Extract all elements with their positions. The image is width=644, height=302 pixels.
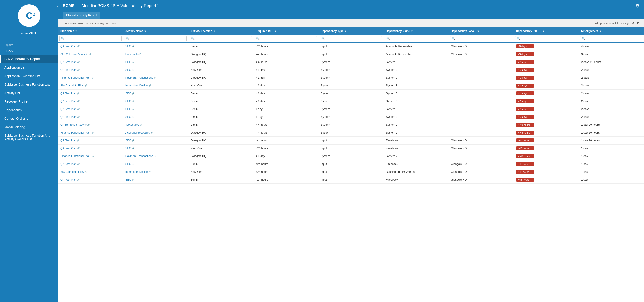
sort-icon-misalignment[interactable]: ↕	[602, 30, 604, 33]
activity_name-text[interactable]: SEO	[126, 45, 131, 48]
export-button[interactable]: ↗	[631, 21, 634, 25]
cell-activity_name[interactable]: SEO🔗	[123, 90, 188, 97]
cell-activity_name[interactable]: SEO🔗	[123, 176, 188, 184]
cell-activity_name[interactable]: SEO🔗	[123, 42, 188, 50]
filter-icon-required_rto[interactable]: ▼	[274, 30, 277, 33]
cell-activity_name[interactable]: Payment Transactions🔗	[123, 74, 188, 82]
settings-icon[interactable]: ⚙	[636, 3, 640, 9]
search-input-required_rto[interactable]	[255, 36, 317, 41]
cell-activity_name[interactable]: Payment Transactions🔗	[123, 152, 188, 160]
activity_name-text[interactable]: Payment Transactions	[126, 76, 153, 79]
cell-plan_name[interactable]: AUTO Impact Analysis🔗	[58, 50, 123, 58]
back-button[interactable]: ‹ Back	[0, 48, 58, 55]
plan_name-text[interactable]: QA Test Plan	[60, 115, 76, 118]
cell-activity_name[interactable]: SEO🔗	[123, 66, 188, 74]
cell-plan_name[interactable]: Finance Functional Pla...🔗	[58, 129, 123, 137]
activity_name-text[interactable]: SEO	[126, 100, 131, 103]
dropdown-button[interactable]: ▼	[636, 21, 640, 25]
search-input-misalignment[interactable]	[580, 36, 642, 41]
plan_name-text[interactable]: QA Test Plan	[60, 163, 76, 166]
sidebar-item-1[interactable]: Application List	[0, 63, 58, 72]
sidebar-item-5[interactable]: Recovery Profile	[0, 97, 58, 106]
plan_name-text[interactable]: QA Test Plan	[60, 178, 76, 181]
plan_name-text[interactable]: BIA Complete Flow	[60, 84, 84, 87]
cell-plan_name[interactable]: QA Test Plan🔗	[58, 58, 123, 66]
activity_name-text[interactable]: Interaction Design	[126, 84, 148, 87]
plan_name-text[interactable]: AUTO Impact Analysis	[60, 53, 88, 56]
cell-activity_name[interactable]: SEO🔗	[123, 97, 188, 105]
search-input-dependency_location[interactable]	[450, 36, 512, 41]
filter-icon-misalignment[interactable]: ▼	[599, 30, 602, 33]
plan_name-text[interactable]: QA Test Plan	[60, 68, 76, 71]
plan_name-text[interactable]: Finance Functional Pla...	[60, 155, 91, 158]
activity_name-text[interactable]: Payment Transactions	[126, 155, 153, 158]
cell-activity_name[interactable]: TstActivity2🔗	[123, 121, 188, 129]
sidebar-collapse-button[interactable]: ‹	[55, 4, 60, 9]
cell-plan_name[interactable]: QA Test Plan🔗	[58, 176, 123, 184]
cell-plan_name[interactable]: BIA Complete Flow🔗	[58, 168, 123, 176]
plan_name-text[interactable]: QA Removed Activity	[60, 123, 86, 126]
cell-plan_name[interactable]: QA Test Plan🔗	[58, 97, 123, 105]
cell-plan_name[interactable]: QA Test Plan🔗	[58, 66, 123, 74]
plan_name-text[interactable]: QA Test Plan	[60, 147, 76, 150]
cell-activity_name[interactable]: SEO🔗	[123, 113, 188, 121]
cell-activity_name[interactable]: Account Processing🔗	[123, 129, 188, 137]
cell-activity_name[interactable]: Facebook🔗	[123, 50, 188, 58]
activity_name-text[interactable]: SEO	[126, 92, 131, 95]
activity_name-text[interactable]: SEO	[126, 163, 131, 166]
search-input-activity_location[interactable]	[190, 36, 252, 41]
cell-activity_name[interactable]: SEO🔗	[123, 137, 188, 144]
search-input-dependency_name[interactable]	[385, 36, 447, 41]
cell-activity_name[interactable]: SEO🔗	[123, 144, 188, 152]
cell-plan_name[interactable]: Finance Functional Pla...🔗	[58, 74, 123, 82]
cell-plan_name[interactable]: BIA Complete Flow🔗	[58, 82, 123, 90]
activity_name-text[interactable]: TstActivity2	[126, 123, 140, 126]
plan_name-text[interactable]: Finance Functional Pla...	[60, 76, 91, 79]
search-input-dependency_rto[interactable]	[515, 36, 577, 41]
sidebar-item-6[interactable]: Dependency	[0, 106, 58, 114]
sidebar-item-2[interactable]: Application Exception List	[0, 72, 58, 80]
cell-plan_name[interactable]: QA Test Plan🔗	[58, 137, 123, 144]
cell-activity_name[interactable]: SEO🔗	[123, 160, 188, 168]
sidebar-item-0[interactable]: BIA Vulnerability Report	[0, 55, 58, 63]
cell-plan_name[interactable]: QA Test Plan🔗	[58, 160, 123, 168]
activity_name-text[interactable]: SEO	[126, 115, 131, 118]
sidebar-item-8[interactable]: Mobile Missing	[0, 123, 58, 131]
cell-plan_name[interactable]: QA Test Plan🔗	[58, 113, 123, 121]
cell-plan_name[interactable]: Finance Functional Pla...🔗	[58, 152, 123, 160]
filter-icon-dependency_name[interactable]: ▼	[411, 30, 413, 33]
plan_name-text[interactable]: QA Test Plan	[60, 100, 76, 103]
cell-plan_name[interactable]: QA Test Plan🔗	[58, 42, 123, 50]
activity_name-text[interactable]: SEO	[126, 61, 131, 64]
plan_name-text[interactable]: Finance Functional Pla...	[60, 131, 91, 134]
activity_name-text[interactable]: SEO	[126, 147, 131, 150]
sidebar-item-4[interactable]: Activity List	[0, 89, 58, 97]
cell-activity_name[interactable]: SEO🔗	[123, 105, 188, 113]
filter-icon-plan_name[interactable]: ▼	[75, 30, 77, 33]
activity_name-text[interactable]: Account Processing	[126, 131, 150, 134]
filter-icon-dependency_location[interactable]: ▼	[477, 30, 480, 33]
cell-plan_name[interactable]: QA Removed Activity🔗	[58, 121, 123, 129]
activity_name-text[interactable]: SEO	[126, 107, 131, 111]
plan_name-text[interactable]: QA Test Plan	[60, 92, 76, 95]
plan_name-text[interactable]: QA Test Plan	[60, 139, 76, 142]
activity_name-text[interactable]: SEO	[126, 68, 131, 71]
plan_name-text[interactable]: QA Test Plan	[60, 61, 76, 64]
cell-activity_name[interactable]: SEO🔗	[123, 58, 188, 66]
activity_name-text[interactable]: SEO	[126, 178, 131, 181]
search-input-plan_name[interactable]	[60, 36, 122, 41]
activity_name-text[interactable]: SEO	[126, 139, 131, 142]
tab-bia-vulnerability-report[interactable]: BIA Vulnerability Report	[62, 12, 100, 19]
filter-icon-dependency_rto[interactable]: ▼	[542, 30, 545, 33]
cell-activity_name[interactable]: Interaction Design🔗	[123, 168, 188, 176]
filter-icon-dependency_type[interactable]: ▼	[344, 30, 347, 33]
search-input-dependency_type[interactable]	[320, 36, 382, 41]
sidebar-item-9[interactable]: SubLevel Business Function And Activity …	[0, 131, 58, 143]
plan_name-text[interactable]: BIA Complete Flow	[60, 170, 84, 173]
plan_name-text[interactable]: QA Test Plan	[60, 45, 76, 48]
search-input-activity_name[interactable]	[124, 36, 187, 41]
cell-activity_name[interactable]: Interaction Design🔗	[123, 82, 188, 90]
cell-plan_name[interactable]: QA Test Plan🔗	[58, 144, 123, 152]
sidebar-item-7[interactable]: Contact Orphans	[0, 114, 58, 123]
activity_name-text[interactable]: Interaction Design	[126, 170, 148, 173]
